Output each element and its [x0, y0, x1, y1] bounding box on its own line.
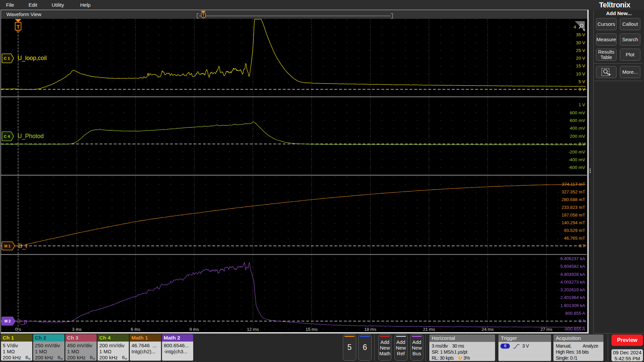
svg-text:200 mV: 200 mV [570, 133, 585, 138]
svg-text:0 V: 0 V [579, 87, 585, 92]
svg-text:20 V: 20 V [576, 56, 585, 61]
svg-text:1.601309 kA: 1.601309 kA [560, 303, 585, 308]
svg-text:30 V: 30 V [576, 40, 585, 45]
svg-text:800 mV: 800 mV [570, 110, 585, 115]
svg-text:0 V: 0 V [579, 141, 585, 146]
svg-text:C 4: C 4 [4, 134, 10, 138]
svg-text:0 s: 0 s [15, 326, 21, 331]
svg-text:4.003273 kA: 4.003273 kA [560, 279, 585, 284]
svg-text:280.588 mT: 280.588 mT [561, 197, 585, 202]
svg-text:T: T [202, 13, 204, 17]
svg-text:15 V: 15 V [576, 63, 585, 68]
svg-text:4.803928 kA: 4.803928 kA [560, 272, 585, 277]
svg-text:4: 4 [574, 24, 576, 29]
svg-text:46.765 mT: 46.765 mT [564, 236, 585, 241]
svg-text:25 V: 25 V [576, 48, 585, 53]
svg-text:-200 mV: -200 mV [569, 149, 585, 154]
svg-text:9 ms: 9 ms [190, 326, 199, 331]
svg-text:M 2: M 2 [4, 319, 10, 323]
svg-text:-400 mV: -400 mV [569, 157, 585, 162]
svg-text:-600 mV: -600 mV [569, 165, 585, 170]
svg-text:5 V: 5 V [579, 79, 585, 84]
svg-text:6.405237 kA: 6.405237 kA [560, 256, 585, 261]
svg-text:6 ms: 6 ms [131, 326, 141, 331]
svg-text:24 ms: 24 ms [482, 326, 494, 331]
svg-text:327.352 mT: 327.352 mT [561, 189, 585, 194]
svg-text:27 ms: 27 ms [540, 326, 552, 331]
svg-text:3 ms: 3 ms [72, 326, 82, 331]
svg-text:M 1: M 1 [4, 244, 10, 248]
svg-text:2.401964 kA: 2.401964 kA [560, 295, 585, 300]
svg-text:15 ms: 15 ms [306, 326, 318, 331]
svg-text:0 T: 0 T [579, 243, 585, 248]
svg-text:93.529 mT: 93.529 mT [564, 228, 585, 233]
svg-text:400 mV: 400 mV [570, 126, 585, 131]
svg-text:21 ms: 21 ms [423, 326, 435, 331]
svg-text:10 V: 10 V [576, 71, 585, 76]
svg-text:-800.655 A: -800.655 A [564, 326, 585, 331]
svg-text:140.294 mT: 140.294 mT [561, 220, 585, 225]
svg-text:T: T [16, 24, 19, 29]
svg-text:U_loop,coil: U_loop,coil [18, 54, 47, 61]
svg-text:5.604582 kA: 5.604582 kA [560, 264, 585, 269]
svg-text:233.823 mT: 233.823 mT [561, 205, 585, 210]
svg-text:600 mV: 600 mV [570, 118, 585, 123]
svg-text:3.202619 kA: 3.202619 kA [560, 287, 585, 292]
svg-text:I_p: I_p [19, 318, 27, 325]
svg-text:1 V: 1 V [579, 102, 585, 107]
svg-text:0 A: 0 A [579, 318, 585, 323]
svg-text:18 ms: 18 ms [364, 326, 376, 331]
svg-text:35 V: 35 V [576, 32, 585, 37]
svg-text:12 ms: 12 ms [247, 326, 259, 331]
svg-text:U_Photod: U_Photod [18, 132, 44, 139]
svg-text:800.655 A: 800.655 A [565, 311, 585, 316]
svg-text:B_t: B_t [18, 242, 27, 249]
svg-text:187.058 mT: 187.058 mT [561, 213, 585, 218]
svg-text:374.117 mT: 374.117 mT [562, 182, 585, 187]
svg-text:C 1: C 1 [4, 56, 10, 60]
